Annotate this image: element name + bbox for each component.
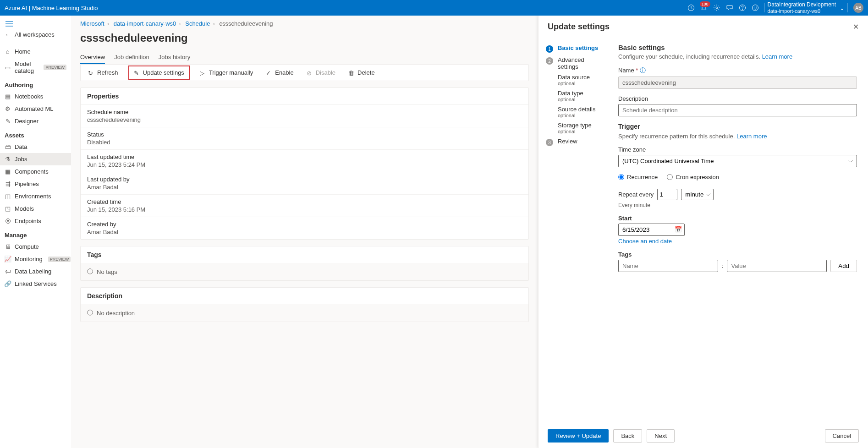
schedule-name-value: cssscheduleevening [87,116,522,123]
update-settings-button[interactable]: ✎Update settings [128,66,190,80]
created-time-value: Jun 15, 2023 5:16 PM [87,206,522,213]
nav-endpoints[interactable]: ⦿Endpoints [0,215,71,227]
radio-recurrence[interactable]: Recurrence [618,174,658,180]
tab-job-definition[interactable]: Job definition [114,51,149,64]
close-icon[interactable]: ✕ [853,22,859,31]
next-button[interactable]: Next [647,429,675,443]
jobs-icon: ⚗ [5,156,11,163]
step-basic-settings[interactable]: 1Basic settings [546,43,599,55]
nav-pipelines[interactable]: ⇶Pipelines [0,178,71,190]
step-advanced-settings[interactable]: 2Advanced settings [546,55,599,72]
nav-data[interactable]: 🗃Data [0,141,71,153]
nav-environments[interactable]: ◫Environments [0,190,71,202]
timezone-select[interactable]: (UTC) Coordinated Universal Time [618,155,857,167]
clock-icon[interactable] [685,1,698,14]
repeat-value-input[interactable] [657,189,677,200]
smiley-icon[interactable] [749,1,762,14]
breadcrumb-workspace[interactable]: data-import-canary-ws0 [114,20,176,27]
start-date-input[interactable] [618,224,685,236]
radio-cron[interactable]: Cron expression [667,174,719,180]
nav-compute[interactable]: 🖥Compute [0,240,71,253]
learn-more-link[interactable]: Learn more [736,133,767,140]
back-button[interactable]: Back [613,429,642,443]
learn-more-link[interactable]: Learn more [762,53,792,60]
trigger-manually-button[interactable]: ▷Trigger manually [197,68,256,77]
nav-automated-ml[interactable]: ⚙Automated ML [0,103,71,115]
info-icon[interactable]: ⓘ [640,67,646,74]
models-icon: ◳ [5,206,11,212]
components-icon: ▦ [5,169,11,175]
start-label: Start [618,215,857,222]
linked-icon: 🔗 [5,281,11,287]
nav-notebooks[interactable]: ▤Notebooks [0,90,71,103]
nav-monitoring[interactable]: 📈MonitoringPREVIEW [0,253,71,265]
description-input[interactable] [618,104,857,116]
delete-button[interactable]: 🗑Delete [346,68,378,77]
check-circle-icon: ✓ [266,70,272,76]
trash-icon: 🗑 [348,70,355,76]
form-subtitle-basic: Configure your schedule, including recur… [618,53,760,60]
info-icon: ⓘ [87,268,93,276]
tag-name-input[interactable] [618,260,718,272]
endpoints-icon: ⦿ [5,218,11,224]
monitoring-icon: 📈 [5,256,11,262]
breadcrumb-microsoft[interactable]: Microsoft [80,20,104,27]
main-content: Microsoft› data-import-canary-ws0› Sched… [71,16,538,448]
nav-all-workspaces[interactable]: ←All workspaces [0,28,71,41]
repeat-unit-select[interactable]: minute [681,189,714,200]
cancel-button[interactable]: Cancel [825,429,859,443]
data-icon: 🗃 [5,144,11,150]
nav-linked-services[interactable]: 🔗Linked Services [0,278,71,290]
section-assets: Assets [0,127,71,141]
nav-jobs[interactable]: ⚗Jobs [0,153,71,165]
step-review[interactable]: 3Review [546,136,599,148]
tag-value-input[interactable] [727,260,827,272]
form-heading-basic: Basic settings [618,44,857,51]
pipelines-icon: ⇶ [5,181,11,187]
refresh-button[interactable]: ↻Refresh [85,68,121,77]
notebook-icon: ▤ [5,93,11,100]
help-icon[interactable] [736,1,749,14]
tab-overview[interactable]: Overview [80,51,105,64]
workspace-name: data-import-canary-ws0 [768,8,836,14]
trigger-subtitle: Specify recurrence pattern for this sche… [618,133,735,140]
schedule-name-label: Schedule name [87,109,522,115]
status-label: Status [87,131,522,138]
nav-data-labeling[interactable]: 🏷Data Labeling [0,265,71,278]
settings-icon[interactable] [710,1,723,14]
substep-source-details[interactable]: Source detailsoptional [558,104,599,120]
feedback-icon[interactable] [723,1,736,14]
notification-icon[interactable]: 100 [698,1,710,14]
last-updated-by-value: Amar Badal [87,184,522,191]
enable-button[interactable]: ✓Enable [263,68,296,77]
last-updated-time-label: Last updated time [87,153,522,160]
back-arrow-icon: ← [5,32,11,38]
properties-title: Properties [81,88,528,104]
tab-jobs-history[interactable]: Jobs history [159,51,190,64]
properties-card: Properties Schedule namecssscheduleeveni… [80,87,529,240]
disable-button: ⊘Disable [304,68,338,77]
add-tag-button[interactable]: Add [830,260,857,272]
breadcrumb-schedule[interactable]: Schedule [185,20,210,27]
tenant-selector[interactable]: DataIntegration Devlopment data-import-c… [768,1,836,14]
nav-model-catalog[interactable]: ▭Model catalogPREVIEW [0,58,71,77]
panel-form: Basic settings Configure your schedule, … [607,38,868,424]
nav-home[interactable]: ⌂Home [0,45,71,58]
nav-designer[interactable]: ✎Designer [0,115,71,127]
substep-data-source[interactable]: Data sourceoptional [558,72,599,88]
hamburger-icon[interactable] [0,19,71,28]
timezone-label: Time zone [618,146,857,153]
choose-end-date-link[interactable]: Choose an end date [618,238,672,245]
pencil-icon: ✎ [134,70,140,76]
name-label: Name * ⓘ [618,66,857,75]
review-update-button[interactable]: Review + Update [548,429,609,443]
trigger-heading: Trigger [618,123,857,130]
avatar[interactable]: AB [853,3,863,13]
compute-icon: 🖥 [5,244,11,250]
substep-data-type[interactable]: Data typeoptional [558,88,599,104]
toolbar: ↻Refresh ✎Update settings ▷Trigger manua… [80,64,529,81]
substep-storage-type[interactable]: Storage typeoptional [558,120,599,136]
nav-components[interactable]: ▦Components [0,165,71,178]
nav-models[interactable]: ◳Models [0,202,71,215]
play-icon: ▷ [200,70,206,76]
